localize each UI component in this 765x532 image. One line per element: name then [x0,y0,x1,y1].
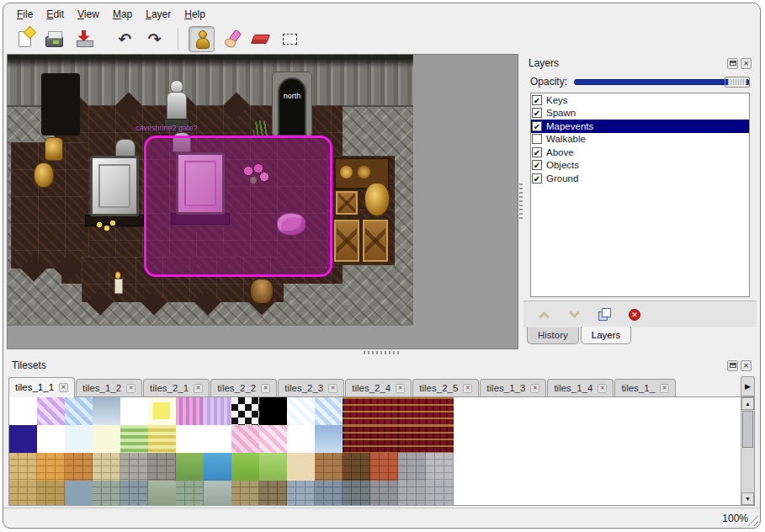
tile-33[interactable] [37,453,65,481]
close-tab-icon[interactable]: ✕ [530,384,539,393]
tileset-tab-tiles_1_4[interactable]: tiles_1_4✕ [547,379,614,396]
layer-visibility-checkbox[interactable] [532,134,542,144]
float-panel-button[interactable] [727,360,738,371]
new-file-button[interactable] [12,26,38,52]
tile-56[interactable] [231,481,259,505]
tileset-tab-tiles_1_1[interactable]: tiles_1_1✕ [8,377,75,397]
tile-37[interactable] [148,453,176,481]
tile-21[interactable] [148,425,176,453]
close-tab-icon[interactable]: ✕ [194,384,203,393]
tile-29[interactable] [370,425,398,453]
tileset-tab-tiles_2_2[interactable]: tiles_2_2✕ [210,379,277,396]
tile-16[interactable] [9,425,37,453]
selection-rectangle[interactable] [144,136,332,277]
horizontal-splitter[interactable] [3,349,760,356]
close-tab-icon[interactable]: ✕ [59,383,68,392]
redo-button[interactable]: ↷ [141,26,167,52]
menu-help[interactable]: Help [178,7,212,22]
opacity-slider-handle[interactable] [725,77,750,88]
tab-layers[interactable]: Layers [581,327,632,344]
tile-3[interactable] [93,397,120,425]
menu-file[interactable]: File [10,7,40,22]
tile-23[interactable] [204,425,231,453]
tile-59[interactable] [315,481,343,505]
close-tab-icon[interactable]: ✕ [328,384,337,393]
layer-row-objects[interactable]: ✔Objects [531,159,749,173]
close-tab-icon[interactable]: ✕ [396,384,405,393]
opacity-slider-track[interactable] [574,79,750,85]
scroll-up-button[interactable]: ▲ [741,397,754,410]
tileset-tab-tiles_2_1[interactable]: tiles_2_1✕ [143,379,210,396]
tile-61[interactable] [370,481,398,505]
tile-35[interactable] [93,453,120,481]
tile-13[interactable] [370,397,398,425]
duplicate-layer-button[interactable] [596,306,613,323]
tile-17[interactable] [37,425,65,453]
tile-12[interactable] [343,397,370,425]
tile-14[interactable] [398,397,426,425]
tile-30[interactable] [398,425,426,453]
tile-8[interactable] [231,397,259,425]
float-panel-button[interactable] [727,58,738,69]
tileset-tab-tiles_2_5[interactable]: tiles_2_5✕ [412,379,479,396]
tileset-tab-tiles_1_[interactable]: tiles_1_✕ [614,379,676,396]
tile-31[interactable] [426,425,454,453]
opacity-slider[interactable] [574,76,750,88]
tileset-tab-tiles_1_2[interactable]: tiles_1_2✕ [76,379,142,396]
close-panel-button[interactable]: ✕ [741,360,752,371]
tile-44[interactable] [343,453,370,481]
layer-row-above[interactable]: ✔Above [531,146,749,159]
tile-53[interactable] [148,481,176,505]
tile-45[interactable] [370,453,398,481]
tile-36[interactable] [120,453,148,481]
layer-row-ground[interactable]: ✔Ground [531,172,749,185]
tile-34[interactable] [65,453,93,481]
tab-scroll-right-button[interactable]: ▶ [741,376,755,396]
tile-49[interactable] [37,481,65,505]
brush-tool-button[interactable] [218,26,244,52]
tile-19[interactable] [93,425,120,453]
tile-24[interactable] [231,425,259,453]
layer-visibility-checkbox[interactable]: ✔ [532,173,542,184]
close-panel-button[interactable]: ✕ [741,58,752,69]
stamp-tool-button[interactable] [189,26,215,52]
tileset-tab-tiles_2_4[interactable]: tiles_2_4✕ [345,379,412,396]
tile-15[interactable] [426,397,454,425]
layer-visibility-checkbox[interactable]: ✔ [532,108,542,118]
move-layer-down-button[interactable] [566,306,582,323]
splitter-grip[interactable] [364,351,401,354]
resize-grip[interactable] [747,515,758,526]
tileset-tab-tiles_2_3[interactable]: tiles_2_3✕ [278,379,344,396]
tile-28[interactable] [343,425,370,453]
tile-25[interactable] [259,425,287,453]
delete-layer-button[interactable]: ✕ [626,306,643,323]
tile-1[interactable] [37,397,65,425]
tile-62[interactable] [398,481,426,505]
menu-map[interactable]: Map [106,7,139,22]
tile-2[interactable] [65,397,93,425]
undo-button[interactable]: ↶ [112,26,138,52]
move-layer-up-button[interactable] [535,306,552,323]
tile-26[interactable] [287,425,315,453]
eraser-tool-button[interactable] [247,26,274,52]
menu-layer[interactable]: Layer [139,7,178,22]
tile-6[interactable] [176,397,204,425]
layer-visibility-checkbox[interactable]: ✔ [532,121,542,131]
close-tab-icon[interactable]: ✕ [463,384,472,393]
tile-55[interactable] [204,481,231,505]
close-tab-icon[interactable]: ✕ [598,384,607,393]
close-tab-icon[interactable]: ✕ [261,384,270,393]
scroll-down-button[interactable]: ▼ [741,492,754,505]
tile-54[interactable] [176,481,204,505]
tile-27[interactable] [315,425,343,453]
menu-view[interactable]: View [71,7,106,22]
menu-edit[interactable]: Edit [40,7,71,22]
tile-52[interactable] [120,481,148,505]
tile-11[interactable] [315,397,343,425]
save-button[interactable] [71,26,97,52]
tile-51[interactable] [93,481,120,505]
tile-20[interactable] [120,425,148,453]
tile-50[interactable] [65,481,93,505]
tile-40[interactable] [231,453,259,481]
tile-22[interactable] [176,425,204,453]
